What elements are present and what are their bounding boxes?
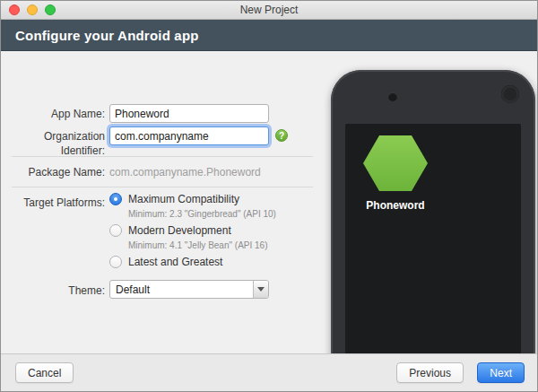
dropdown-button[interactable] <box>253 281 268 298</box>
next-button[interactable]: Next <box>477 362 525 383</box>
target-platforms-label: Target Platforms: <box>4 196 105 210</box>
wizard-header: Configure your Android app <box>1 20 537 51</box>
theme-dropdown[interactable]: Default <box>109 280 269 299</box>
wizard-footer: Cancel Previous Next <box>1 353 537 391</box>
divider <box>12 156 313 157</box>
radio-modern-development[interactable]: Modern Development <box>109 224 231 237</box>
app-name-input[interactable] <box>109 104 269 123</box>
window-controls <box>9 4 56 15</box>
organization-identifier-input[interactable] <box>109 126 269 145</box>
previous-button[interactable]: Previous <box>396 362 464 383</box>
radio-unselected-icon[interactable] <box>109 256 122 268</box>
organization-identifier-label: Organization Identifier: <box>4 129 105 158</box>
help-icon[interactable]: ? <box>275 129 288 142</box>
package-name-value: com.companyname.Phoneword <box>109 165 261 179</box>
chevron-down-icon <box>257 287 265 292</box>
theme-dropdown-value: Default <box>110 283 253 296</box>
android-app-hexagon-icon <box>363 135 428 191</box>
close-window-icon[interactable] <box>9 4 20 15</box>
app-name-label: App Name: <box>4 107 105 121</box>
window-title: New Project <box>1 1 537 19</box>
radio-label: Latest and Greatest <box>128 256 222 268</box>
package-name-label: Package Name: <box>4 165 105 179</box>
radio-description: Minimum: 2.3 "Gingerbread" (API 10) <box>128 209 276 219</box>
radio-label: Maximum Compatibility <box>128 193 239 205</box>
radio-label: Modern Development <box>128 224 231 237</box>
phone-app-name: Phoneword <box>345 199 446 212</box>
front-camera-small-icon <box>388 92 397 101</box>
phone-preview: Phoneword <box>331 70 535 353</box>
minimize-window-icon[interactable] <box>27 4 38 15</box>
radio-maximum-compatibility[interactable]: Maximum Compatibility <box>109 193 239 205</box>
front-camera-large-icon <box>501 85 519 103</box>
zoom-window-icon[interactable] <box>45 4 56 15</box>
divider <box>12 187 313 187</box>
radio-description: Minimum: 4.1 "Jelly Bean" (API 16) <box>128 240 268 250</box>
radio-latest-and-greatest[interactable]: Latest and Greatest <box>109 256 222 268</box>
page-title: Configure your Android app <box>15 28 199 43</box>
radio-selected-icon[interactable] <box>109 193 122 205</box>
titlebar: New Project <box>1 1 537 20</box>
radio-unselected-icon[interactable] <box>109 224 122 237</box>
theme-label: Theme: <box>4 283 105 298</box>
cancel-button[interactable]: Cancel <box>15 362 74 383</box>
wizard-content: App Name: Organization Identifier: ? Pac… <box>1 52 537 353</box>
phone-screen: Phoneword <box>345 124 521 353</box>
new-project-window: New Project Configure your Android app A… <box>0 0 538 392</box>
